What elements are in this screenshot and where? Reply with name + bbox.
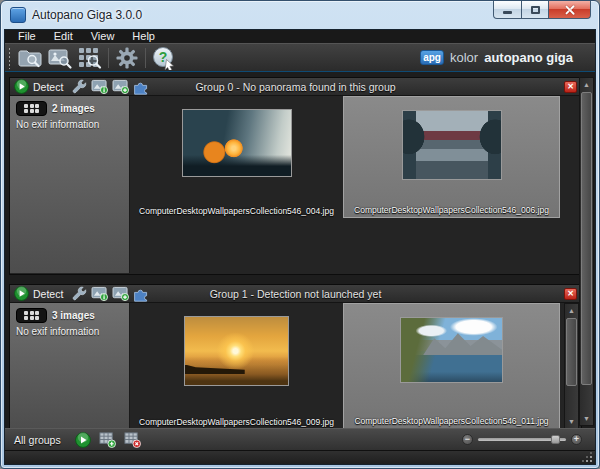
group-1-title: Group 1 - Detection not launched yet (210, 288, 382, 300)
brand-product-text: autopano giga (484, 50, 573, 65)
image-thumbnail[interactable] (182, 109, 292, 177)
toolbar-grip[interactable] (8, 47, 12, 69)
image-cell-selected[interactable]: ComputerDesktopWallpapersCollection546_0… (343, 303, 560, 429)
detect-all-button[interactable] (75, 45, 105, 71)
image-filename: ComputerDesktopWallpapersCollection546_0… (139, 206, 334, 218)
resize-grip[interactable] (582, 452, 592, 462)
image-info-icon (91, 286, 108, 301)
groups-workspace: Detect Group 0 - No panorama found in th… (5, 72, 595, 428)
menu-file[interactable]: File (9, 30, 45, 43)
main-scrollbar[interactable] (579, 77, 594, 426)
detect-label[interactable]: Detect (33, 288, 63, 300)
group-1-scrollbar[interactable] (564, 303, 579, 429)
brand-logo: apg kolor autopano giga (420, 50, 595, 65)
menu-edit[interactable]: Edit (45, 30, 82, 43)
open-images-button[interactable] (15, 45, 45, 71)
group-panel-0: Detect Group 0 - No panorama found in th… (9, 77, 582, 275)
image-thumbnail[interactable] (184, 316, 289, 386)
apg-logo-badge: apg (420, 50, 444, 65)
settings-button[interactable] (112, 45, 142, 71)
bottom-toolbar: All groups − + (5, 428, 595, 450)
group-settings-button[interactable] (71, 79, 87, 95)
add-images-button[interactable] (112, 79, 129, 94)
help-icon: ? (152, 46, 176, 70)
group-0-header: Detect Group 0 - No panorama found in th… (10, 78, 581, 96)
image-filename: ComputerDesktopWallpapersCollection546_0… (354, 416, 548, 428)
select-images-button[interactable] (45, 45, 75, 71)
grid-x-icon (124, 431, 141, 448)
group-1-sidebar: 3 images No exif information (10, 303, 130, 429)
plugin-puzzle-button[interactable] (133, 79, 149, 95)
close-group-0-button[interactable] (564, 81, 577, 93)
scroll-up-icon[interactable] (580, 78, 593, 91)
zoom-in-button[interactable]: + (571, 434, 582, 445)
thumbnail-zoom-control: − + (462, 434, 586, 445)
minimize-button[interactable] (493, 1, 522, 19)
close-button[interactable] (549, 1, 591, 19)
image-add-icon (112, 286, 129, 301)
image-cell[interactable]: ComputerDesktopWallpapersCollection546_0… (130, 96, 343, 218)
add-images-button[interactable] (112, 286, 129, 301)
group-0-images: ComputerDesktopWallpapersCollection546_0… (130, 96, 581, 273)
wrench-icon (71, 79, 87, 95)
image-properties-button[interactable] (91, 286, 108, 301)
wrench-icon (71, 286, 87, 302)
menu-help[interactable]: Help (123, 30, 164, 43)
image-thumbnail[interactable] (400, 317, 503, 383)
help-button[interactable]: ? (149, 45, 179, 71)
remove-group-button[interactable] (124, 431, 141, 448)
menu-bar: File Edit View Help (5, 30, 595, 43)
gear-icon (115, 46, 139, 70)
puzzle-icon (133, 286, 149, 302)
image-cell[interactable]: ComputerDesktopWallpapersCollection546_0… (130, 303, 343, 429)
toolbar-separator (145, 48, 146, 68)
window-title: Autopano Giga 3.0.0 (32, 8, 142, 22)
title-bar[interactable]: Autopano Giga 3.0.0 (1, 1, 599, 29)
detect-label[interactable]: Detect (33, 81, 63, 93)
detect-play-button[interactable] (14, 286, 29, 301)
group-1-body: 3 images No exif information ComputerDes… (10, 303, 581, 429)
image-filename: ComputerDesktopWallpapersCollection546_0… (354, 205, 549, 217)
detect-all-groups-button[interactable] (75, 432, 91, 448)
image-thumbnail[interactable] (402, 110, 502, 180)
plugin-puzzle-button[interactable] (133, 286, 149, 302)
detect-play-button[interactable] (14, 79, 29, 94)
folder-search-icon (17, 46, 43, 70)
close-group-1-button[interactable] (564, 288, 577, 300)
maximize-button[interactable] (522, 1, 549, 19)
puzzle-icon (133, 79, 149, 95)
scroll-down-icon[interactable] (565, 415, 578, 428)
exif-info: No exif information (16, 326, 123, 337)
maximize-icon (531, 6, 540, 14)
main-toolbar: ? apg kolor autopano giga (5, 43, 595, 72)
scrollbar-thumb[interactable] (566, 318, 577, 386)
menu-view[interactable]: View (82, 30, 124, 43)
zoom-out-button[interactable]: − (462, 434, 473, 445)
play-icon (14, 286, 29, 301)
image-cell-selected[interactable]: ComputerDesktopWallpapersCollection546_0… (343, 96, 560, 218)
group-1-header: Detect Group 1 - Detection not launched … (10, 285, 581, 303)
thumbnails-grid-icon[interactable] (16, 308, 47, 323)
group-settings-button[interactable] (71, 286, 87, 302)
grid-plus-icon (99, 431, 116, 448)
close-icon (564, 4, 575, 15)
thumbnails-grid-icon[interactable] (16, 101, 47, 116)
all-groups-label: All groups (14, 434, 61, 446)
image-info-icon (91, 79, 108, 94)
zoom-slider-thumb[interactable] (551, 435, 560, 444)
play-icon (75, 432, 91, 448)
add-group-button[interactable] (99, 431, 116, 448)
group-0-title: Group 0 - No panorama found in this grou… (195, 81, 395, 93)
group-panel-1: Detect Group 1 - Detection not launched … (9, 284, 582, 431)
zoom-slider-track[interactable] (478, 438, 566, 441)
image-properties-button[interactable] (91, 79, 108, 94)
group-0-sidebar: 2 images No exif information (10, 96, 130, 273)
app-window: Autopano Giga 3.0.0 File Edit View Help (0, 0, 600, 469)
status-bar (5, 450, 595, 464)
scroll-up-icon[interactable] (565, 304, 578, 317)
scrollbar-thumb[interactable] (581, 92, 592, 385)
image-count: 3 images (52, 310, 95, 321)
image-count: 2 images (52, 103, 95, 114)
toolbar-separator (108, 48, 109, 68)
scroll-down-icon[interactable] (580, 412, 593, 425)
